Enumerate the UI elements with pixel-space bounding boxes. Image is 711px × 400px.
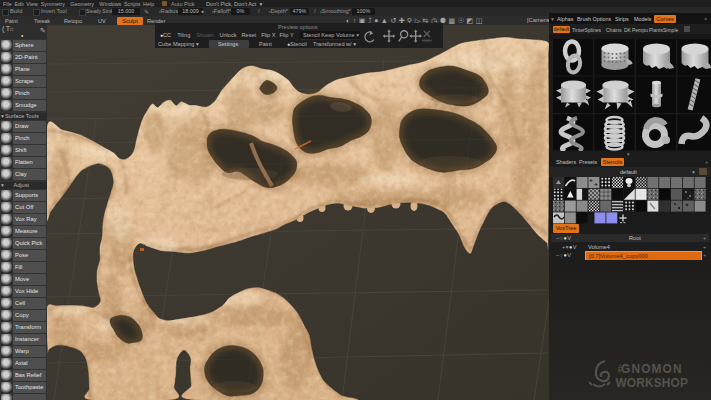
svg-text:WORKSHOP: WORKSHOP [615,376,688,390]
svg-text:GNOMON: GNOMON [621,362,683,376]
